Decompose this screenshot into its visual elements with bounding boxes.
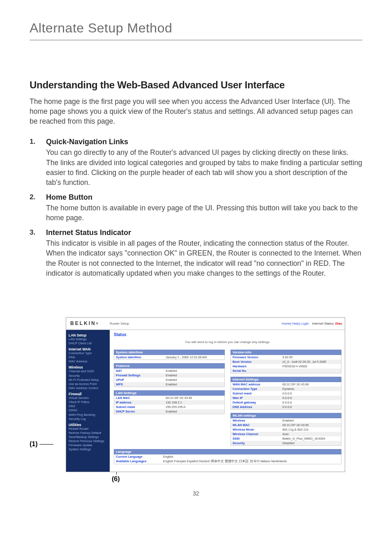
status-value: Belkin_G_Plus_MIMO_1E4365 <box>281 436 341 441</box>
status-row: DHCP ServerEnabled <box>114 409 224 414</box>
router-top-links[interactable]: Home| Help| Login Internet Status: Disc <box>281 322 345 325</box>
sidebar-item[interactable]: Restore Previous Settings <box>69 439 107 443</box>
router-logo-suffix: ® <box>96 323 98 325</box>
annotation-6: (6) <box>112 475 120 483</box>
sidebar-item[interactable]: MAC Address Control <box>69 386 107 390</box>
status-value: Enabled <box>165 369 224 373</box>
screenshot-figure: (10) (2) (5) (4) (3) (1) (7) (9) (8) <box>42 317 354 472</box>
status-key: Wireless Mode <box>231 427 281 432</box>
language-key: Available Languages <box>116 459 163 463</box>
status-row: System date/timeJanuary 1 , 2000 12:01:0… <box>114 355 224 360</box>
sidebar-item[interactable]: Connection Type <box>69 351 107 355</box>
sidebar-group-header[interactable]: Wireless <box>69 365 107 369</box>
router-ui: BELKIN® Router Setup Home| Help| Login I… <box>66 317 345 472</box>
sidebar-item[interactable]: Security Log <box>69 417 107 421</box>
status-box: NATEnabledFirewall SettingsEnabledUPnPEn… <box>114 369 225 387</box>
status-box-header: Internet Settings <box>231 377 341 382</box>
status-value: 802.11g & 802.11b <box>281 427 341 432</box>
status-key: Wireless <box>231 418 281 423</box>
status-value: 5.02.05 <box>281 355 341 360</box>
sidebar-item[interactable]: Use as Access Point <box>69 382 107 386</box>
status-value: 0.0.0.0 <box>281 400 341 405</box>
sidebar-item[interactable]: LAN Settings <box>69 337 107 341</box>
status-box: LAN MAC00:1C:DF:1E:43:65IP address192.16… <box>114 396 225 414</box>
status-key: IP address <box>114 400 165 405</box>
sidebar-item[interactable]: WAN Ping Blocking <box>69 413 107 417</box>
status-key: LAN MAC <box>114 396 165 400</box>
router-main: Status You will need to log in before yo… <box>110 330 345 472</box>
status-value: Auto <box>281 432 341 436</box>
status-key: System date/time <box>114 355 165 360</box>
status-key: UPnP <box>114 378 165 382</box>
status-box-header: System date/time <box>114 350 225 355</box>
status-box-header: LAN Settings <box>114 390 225 396</box>
sidebar-item[interactable]: DNS <box>69 355 107 360</box>
status-row: Wireless ChannelAuto <box>231 432 341 436</box>
sidebar-item[interactable]: MAC Address <box>69 360 107 364</box>
status-value: 192.168.2.1 <box>165 400 224 405</box>
status-value: Enabled <box>165 373 224 378</box>
item-title-2: Home Button <box>46 193 362 202</box>
sidebar-item[interactable]: Virtual Servers <box>69 396 107 400</box>
language-value[interactable]: English Français Español Deutsch 简体中文 繁體… <box>163 459 287 463</box>
sidebar-item[interactable]: Security <box>69 374 107 378</box>
item-text-3: This indicator is visible in all pages o… <box>46 238 362 278</box>
status-value: F5D9230-4 v5000 <box>281 364 341 369</box>
status-key: WLAN MAC <box>231 423 281 427</box>
language-value[interactable]: English <box>163 455 173 459</box>
status-box: System date/timeJanuary 1 , 2000 12:01:0… <box>114 355 225 360</box>
sidebar-item[interactable]: DDNS <box>69 408 107 413</box>
sidebar-item[interactable]: Channel and SSID <box>69 369 107 373</box>
annotation-1: (1) <box>30 440 38 448</box>
status-key: Subnet mask <box>231 391 281 396</box>
status-value <box>281 369 341 373</box>
status-key: NAT <box>114 369 165 373</box>
status-row: WAN MAC address00:1C:DF:1E:43:66 <box>231 382 341 387</box>
status-key: Security <box>231 441 281 445</box>
sidebar-item[interactable]: Restart Router <box>69 427 107 431</box>
language-row: Available LanguagesEnglish Français Espa… <box>114 459 341 464</box>
sidebar-item[interactable]: Restore Factory Default <box>69 431 107 435</box>
annotation-6-label: (6) <box>112 475 120 482</box>
status-row: WLAN MAC00:1C:DF:1E:43:65 <box>231 423 341 427</box>
status-row: WPSEnabled <box>114 382 224 387</box>
status-value: 255.255.255.0 <box>165 405 224 409</box>
status-value: January 1 , 2000 12:01:08 AM <box>165 355 224 360</box>
status-key: SSID <box>231 436 281 441</box>
status-value: 0.0.0.0 <box>281 405 341 409</box>
status-value: Disabled <box>281 441 341 445</box>
sidebar-item[interactable]: DHCP Client List <box>69 341 107 346</box>
annotation-1-label: (1) <box>30 440 38 447</box>
router-logo: BELKIN® <box>66 320 110 326</box>
sidebar-group-header[interactable]: Internet WAN <box>69 347 107 351</box>
sidebar-item[interactable]: System Settings <box>69 447 107 452</box>
status-row: DNS Address0.0.0.0 <box>231 405 341 409</box>
status-row: Boot Versionv2_0 - built 02:26:32, Jul 5… <box>231 360 341 364</box>
item-title-3: Internet Status Indicator <box>46 228 362 237</box>
status-value: 00:1C:DF:1E:43:65 <box>281 423 341 427</box>
router-link-group[interactable]: Home| Help| Login <box>281 322 309 325</box>
sidebar-group-header[interactable]: Utilities <box>69 423 107 427</box>
language-header: Language <box>114 449 341 454</box>
status-row: Default gateway0.0.0.0 <box>231 400 341 405</box>
sidebar-group-header[interactable]: Firewall <box>69 392 107 396</box>
status-row: WirelessEnabled <box>231 418 341 423</box>
language-box: LanguageCurrent LanguageEnglishAvailable… <box>114 449 341 464</box>
item-text-1: You can go directly to any of the Router… <box>46 147 362 187</box>
sidebar-group-header[interactable]: LAN Setup <box>69 333 107 337</box>
sidebar-item[interactable]: DMZ <box>69 404 107 408</box>
sidebar-item[interactable]: Client IP Filters <box>69 400 107 404</box>
status-value: 0.0.0.0 <box>281 396 341 400</box>
page-header: Alternate Setup Method <box>30 21 362 40</box>
status-key: Default gateway <box>231 400 281 405</box>
sidebar-item[interactable]: Save/Backup Settings <box>69 435 107 439</box>
status-box-header: Features <box>114 363 225 369</box>
status-row: Wan IP0.0.0.0 <box>231 396 341 400</box>
status-key: Hardware <box>231 364 281 369</box>
status-value: Dynamic <box>281 387 341 391</box>
status-key: Serial No. <box>231 369 281 373</box>
sidebar-item[interactable]: Firmware Update <box>69 443 107 447</box>
status-row: Subnet mask255.255.255.0 <box>114 405 224 409</box>
status-value: Enabled <box>165 382 224 387</box>
sidebar-item[interactable]: Wi-Fi Protected Setup <box>69 378 107 382</box>
